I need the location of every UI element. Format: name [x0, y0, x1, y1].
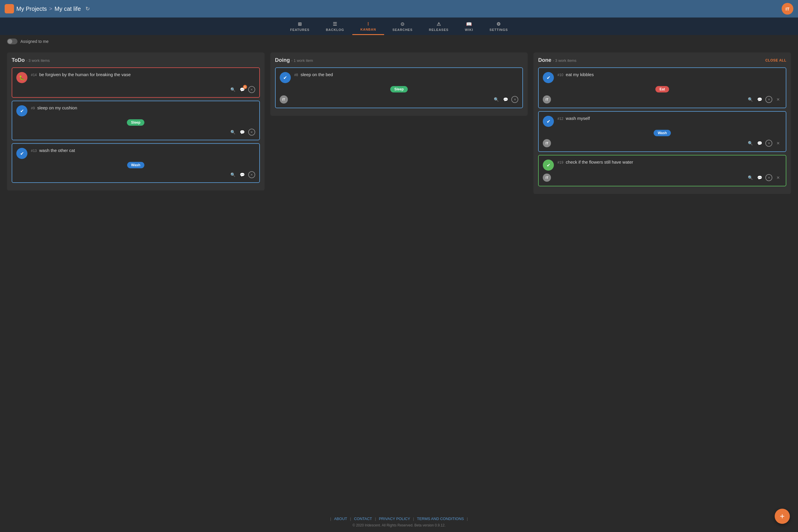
- footer-copyright: © 2020 Iridescent. All Rights Reserved. …: [0, 523, 798, 527]
- card-14-comment-wrapper: 💬 1: [239, 86, 246, 93]
- card-12-x-btn[interactable]: ✕: [775, 140, 782, 147]
- card-12-tags: Wash: [543, 130, 782, 136]
- card-9-search-btn[interactable]: 🔍: [230, 129, 236, 136]
- card-13-tags: Wash: [16, 162, 255, 168]
- card-8-tag-sleep: Sleep: [390, 86, 408, 93]
- card-8-actions: 🔍 💬 ✕: [493, 96, 518, 103]
- card-12-content: #12 wash myself: [557, 116, 782, 121]
- card-13-close-btn[interactable]: ✕: [248, 171, 255, 178]
- card-14-footer: 🔍 💬 1 ✕: [16, 86, 255, 93]
- card-13-header: ✔ #13 wash the other cat: [16, 148, 255, 159]
- footer-sep-3: |: [413, 516, 414, 521]
- card-13: ✔ #13 wash the other cat Wash 🔍 💬 ✕: [12, 143, 260, 183]
- footer-sep-4: |: [467, 516, 468, 521]
- avatar[interactable]: IT: [782, 3, 793, 15]
- card-13-actions: 🔍 💬 ✕: [230, 171, 255, 178]
- column-todo-count: - 3 work items: [26, 58, 50, 63]
- card-10-content: #10 eat my kibbles: [557, 72, 782, 77]
- column-done: Done - 3 work items CLOSE ALL ✔ #10 eat …: [533, 53, 791, 194]
- tab-wiki[interactable]: 📖 WIKI: [457, 18, 481, 35]
- tab-releases[interactable]: ⚠ RELEASES: [421, 18, 457, 35]
- refresh-button[interactable]: ↻: [86, 5, 90, 12]
- card-19: ✔ #19 check if the flowers still have wa…: [538, 155, 786, 186]
- tab-wiki-label: WIKI: [465, 28, 473, 32]
- card-12-search-btn[interactable]: 🔍: [747, 140, 754, 147]
- backlog-icon: ☰: [333, 21, 337, 27]
- card-12-footer: IT 🔍 💬 ✕ ✕: [543, 139, 782, 147]
- card-19-title: check if the flowers still have water: [566, 159, 633, 165]
- card-19-search-btn[interactable]: 🔍: [747, 174, 754, 181]
- card-12-close-btn[interactable]: ✕: [765, 140, 772, 147]
- column-doing-header: Doing - 1 work item: [275, 57, 523, 63]
- card-13-footer: 🔍 💬 ✕: [16, 171, 255, 178]
- kanban-icon: ⫶: [367, 21, 369, 26]
- footer-about[interactable]: ABOUT: [334, 516, 347, 521]
- kanban-board: ToDo - 3 work items 🐛 #14 be forgiven by…: [0, 48, 798, 511]
- breadcrumb-projects[interactable]: My Projects: [16, 5, 47, 12]
- card-10-actions: 🔍 💬 ✕ ✕: [747, 96, 782, 103]
- toolbar: Assigned to me: [0, 35, 798, 48]
- footer-privacy[interactable]: PRIVACY POLICY: [379, 516, 410, 521]
- assigned-label: Assigned to me: [20, 39, 49, 44]
- breadcrumb-project[interactable]: My cat life: [55, 5, 81, 12]
- main-nav: ⊞ FEATURES ☰ BACKLOG ⫶ KANBAN ⊙ SEARCHES…: [0, 18, 798, 35]
- card-10-tag-eat: Eat: [656, 86, 669, 93]
- card-19-actions: 🔍 💬 ✕ ✕: [747, 174, 782, 181]
- card-19-icon: ✔: [543, 159, 554, 171]
- tab-backlog[interactable]: ☰ BACKLOG: [318, 18, 352, 35]
- card-8-comment-btn[interactable]: 💬: [502, 96, 509, 103]
- card-10-footer: IT 🔍 💬 ✕ ✕: [543, 95, 782, 103]
- card-13-search-btn[interactable]: 🔍: [230, 171, 236, 178]
- card-19-comment-btn[interactable]: 💬: [756, 174, 763, 181]
- card-9-title: sleep on my cushion: [37, 105, 77, 110]
- card-10-comment-btn[interactable]: 💬: [756, 96, 763, 103]
- card-8-header: ✔ #8 sleep on the bed: [280, 72, 518, 83]
- card-19-close-btn[interactable]: ✕: [765, 174, 772, 181]
- column-done-count: - 3 work items: [553, 58, 576, 63]
- card-12-title: wash myself: [566, 116, 590, 121]
- fab-add-button[interactable]: +: [775, 509, 790, 524]
- card-12-comment-btn[interactable]: 💬: [756, 140, 763, 147]
- card-8-close-btn[interactable]: ✕: [511, 96, 518, 103]
- card-8-footer: IT 🔍 💬 ✕: [280, 95, 518, 103]
- card-9-icon: ✔: [16, 105, 27, 116]
- card-13-title: wash the other cat: [39, 148, 75, 153]
- tab-releases-label: RELEASES: [429, 28, 449, 32]
- card-13-content: #13 wash the other cat: [31, 148, 255, 153]
- card-19-footer: IT 🔍 💬 ✕ ✕: [543, 173, 782, 182]
- card-10-x-btn[interactable]: ✕: [775, 96, 782, 103]
- tab-features[interactable]: ⊞ FEATURES: [282, 18, 318, 35]
- card-10: ✔ #10 eat my kibbles Eat IT 🔍 💬 ✕ ✕: [538, 68, 786, 108]
- card-19-avatar: IT: [543, 173, 551, 182]
- searches-icon: ⊙: [400, 21, 404, 27]
- tab-kanban-label: KANBAN: [361, 28, 376, 31]
- column-done-header: Done - 3 work items CLOSE ALL: [538, 57, 786, 63]
- card-9-comment-btn[interactable]: 💬: [239, 129, 246, 136]
- card-10-tags: Eat: [543, 86, 782, 93]
- column-doing-title: Doing - 1 work item: [275, 57, 313, 63]
- footer-links: | ABOUT | CONTACT | PRIVACY POLICY | TER…: [0, 516, 798, 521]
- footer-contact[interactable]: CONTACT: [354, 516, 372, 521]
- column-todo-header: ToDo - 3 work items: [12, 57, 260, 63]
- card-14-search-btn[interactable]: 🔍: [230, 86, 236, 93]
- card-14-content: #14 be forgiven by the human for breakin…: [31, 72, 255, 77]
- card-19-x-btn[interactable]: ✕: [775, 174, 782, 181]
- assigned-toggle[interactable]: [7, 38, 18, 44]
- footer-terms[interactable]: TERMS AND CONDITIONS: [417, 516, 464, 521]
- tab-searches[interactable]: ⊙ SEARCHES: [384, 18, 421, 35]
- tab-settings[interactable]: ⚙ SETTINGS: [481, 18, 516, 35]
- card-12-header: ✔ #12 wash myself: [543, 116, 782, 127]
- close-all-button[interactable]: CLOSE ALL: [765, 58, 786, 62]
- card-8-search-btn[interactable]: 🔍: [493, 96, 500, 103]
- card-8-icon: ✔: [280, 72, 291, 83]
- card-14-close-btn[interactable]: ✕: [248, 86, 255, 93]
- card-13-id: #13: [31, 149, 37, 153]
- card-9-close-btn[interactable]: ✕: [248, 129, 255, 136]
- tab-kanban[interactable]: ⫶ KANBAN: [352, 18, 384, 35]
- card-10-search-btn[interactable]: 🔍: [747, 96, 754, 103]
- card-13-comment-btn[interactable]: 💬: [239, 171, 246, 178]
- card-14-comment-count: 1: [243, 85, 247, 89]
- breadcrumb: My Projects > My cat life: [16, 5, 81, 12]
- column-todo: ToDo - 3 work items 🐛 #14 be forgiven by…: [7, 53, 265, 190]
- card-10-close-btn[interactable]: ✕: [765, 96, 772, 103]
